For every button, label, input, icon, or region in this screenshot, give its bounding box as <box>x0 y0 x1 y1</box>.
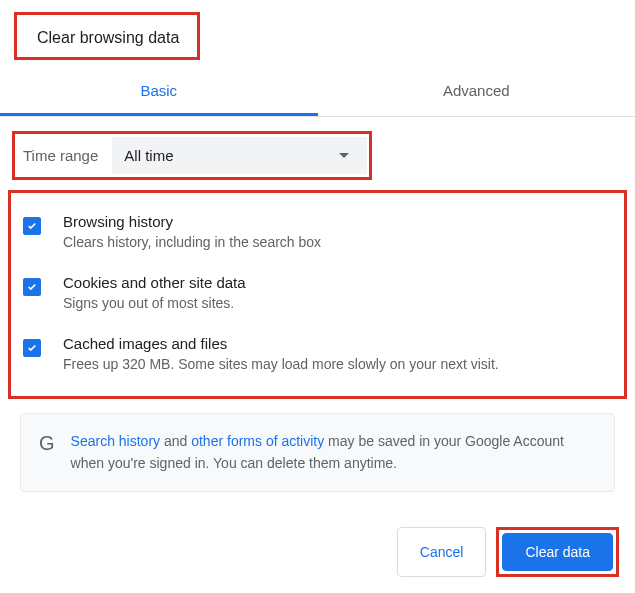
google-icon: G <box>39 432 55 455</box>
option-desc: Signs you out of most sites. <box>63 295 246 311</box>
info-text: Search history and other forms of activi… <box>71 430 596 475</box>
link-search-history[interactable]: Search history <box>71 433 160 449</box>
button-row: Cancel Clear data <box>397 527 619 577</box>
time-range-row: Time range All time <box>12 131 372 180</box>
tab-advanced[interactable]: Advanced <box>318 68 636 116</box>
option-label: Cookies and other site data <box>63 274 246 291</box>
time-range-select[interactable]: All time <box>112 137 367 174</box>
option-cookies: Cookies and other site data Signs you ou… <box>19 262 618 323</box>
option-cached: Cached images and files Frees up 320 MB.… <box>19 323 618 384</box>
checkmark-icon <box>27 343 37 353</box>
option-desc: Clears history, including in the search … <box>63 234 321 250</box>
checkbox-cookies[interactable] <box>23 278 41 296</box>
option-browsing-history: Browsing history Clears history, includi… <box>19 201 618 262</box>
dialog-title: Clear browsing data <box>14 12 200 60</box>
option-label: Browsing history <box>63 213 321 230</box>
option-label: Cached images and files <box>63 335 499 352</box>
clear-data-highlight: Clear data <box>496 527 619 577</box>
chevron-down-icon <box>339 153 349 158</box>
info-box: G Search history and other forms of acti… <box>20 413 615 492</box>
option-desc: Frees up 320 MB. Some sites may load mor… <box>63 356 499 372</box>
checkmark-icon <box>27 282 37 292</box>
checkmark-icon <box>27 221 37 231</box>
time-range-label: Time range <box>17 147 112 164</box>
time-range-value: All time <box>124 147 173 164</box>
info-text-mid: and <box>160 433 191 449</box>
tab-basic[interactable]: Basic <box>0 68 318 116</box>
tabs: Basic Advanced <box>0 68 635 117</box>
options-box: Browsing history Clears history, includi… <box>8 190 627 399</box>
clear-data-button[interactable]: Clear data <box>502 533 613 571</box>
link-other-activity[interactable]: other forms of activity <box>191 433 324 449</box>
checkbox-cached[interactable] <box>23 339 41 357</box>
checkbox-browsing-history[interactable] <box>23 217 41 235</box>
cancel-button[interactable]: Cancel <box>397 527 487 577</box>
